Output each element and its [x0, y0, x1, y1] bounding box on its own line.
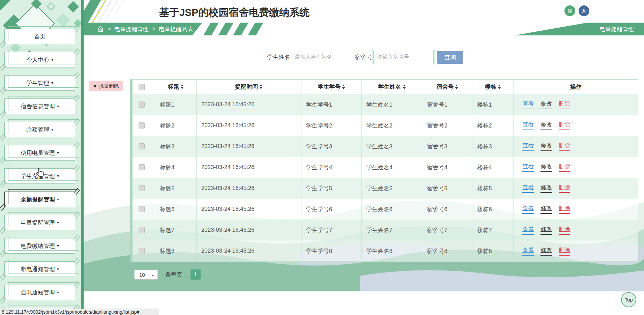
- table-actions-cell: 查看修改删除: [514, 136, 638, 157]
- sidebar-item[interactable]: 电量提醒管理 ▾: [4, 215, 75, 230]
- slash-decoration: [74, 188, 78, 194]
- row-checkbox[interactable]: [139, 185, 145, 191]
- delete-link[interactable]: 删除: [559, 121, 570, 130]
- slash-decoration: [1, 89, 6, 95]
- table-cell: 宿舍号7: [422, 220, 472, 240]
- fullscreen-button[interactable]: [564, 5, 575, 16]
- sort-icon[interactable]: [403, 85, 406, 89]
- sidebar-item[interactable]: 断电通知管理 ▾: [4, 261, 75, 277]
- column-header-label[interactable]: 标题: [168, 83, 179, 91]
- table-cell: [133, 240, 155, 261]
- home-icon[interactable]: [97, 26, 104, 33]
- page-button-1[interactable]: 1: [191, 269, 201, 280]
- slash-decoration: [74, 118, 78, 124]
- slash-decoration: [1, 159, 6, 165]
- table-cell: 学生学号8: [301, 240, 362, 261]
- per-page-label: 条每页: [165, 271, 182, 279]
- breadcrumb-item[interactable]: 电量提醒管理: [114, 25, 149, 33]
- page-title: 基于JSP的校园宿舍电费缴纳系统: [145, 6, 324, 20]
- delete-link[interactable]: 删除: [559, 100, 570, 109]
- delete-link[interactable]: 删除: [559, 183, 570, 193]
- table-header-row: 标题提醒时间学生学号学生姓名宿舍号楼栋操作: [133, 80, 638, 94]
- view-link[interactable]: 查看: [522, 246, 534, 256]
- row-checkbox[interactable]: [139, 164, 145, 170]
- column-header-label[interactable]: 宿舍号: [436, 83, 453, 91]
- table-row: 标题42023-03-24 16:45:26学生学号4学生姓名4宿舍号4楼栋4查…: [133, 157, 638, 178]
- row-checkbox[interactable]: [139, 102, 145, 108]
- sidebar-item[interactable]: 个人中心 ▾: [4, 52, 75, 67]
- view-link[interactable]: 查看: [522, 183, 534, 193]
- view-link[interactable]: 查看: [522, 100, 534, 109]
- slash-decoration: [1, 252, 6, 258]
- edit-link[interactable]: 修改: [540, 142, 552, 151]
- row-checkbox[interactable]: [139, 248, 145, 254]
- column-header-label[interactable]: 学生学号: [318, 83, 341, 91]
- column-header-label[interactable]: 学生姓名: [378, 83, 401, 91]
- sidebar-item[interactable]: 首页 ▾: [4, 29, 75, 44]
- delete-link[interactable]: 删除: [559, 204, 570, 214]
- sort-icon[interactable]: [342, 85, 345, 89]
- row-checkbox[interactable]: [139, 227, 145, 233]
- table-cell: [133, 157, 155, 178]
- view-link[interactable]: 查看: [522, 225, 534, 235]
- fullscreen-icon: [567, 8, 573, 14]
- sidebar-item[interactable]: 学生充值管理 ▾: [4, 168, 75, 184]
- delete-link[interactable]: 删除: [559, 142, 570, 151]
- sidebar-item[interactable]: 使用电量管理 ▾: [4, 145, 75, 161]
- delete-link[interactable]: 删除: [559, 163, 570, 172]
- sidebar-item[interactable]: 余额提醒管理 ▾: [4, 192, 75, 207]
- select-all-checkbox[interactable]: [139, 84, 145, 90]
- sort-icon[interactable]: [498, 85, 501, 89]
- slash-decoration: [1, 205, 6, 211]
- edit-link[interactable]: 修改: [540, 100, 552, 109]
- view-link[interactable]: 查看: [522, 121, 534, 130]
- edit-link[interactable]: 修改: [540, 183, 552, 193]
- page-size-select[interactable]: 10 ⌄: [134, 270, 158, 280]
- table-actions-cell: 查看修改删除: [514, 240, 638, 261]
- row-checkbox[interactable]: [139, 122, 145, 128]
- view-link[interactable]: 查看: [522, 163, 534, 172]
- sidebar-item[interactable]: 电费缴纳管理 ▾: [4, 238, 75, 254]
- breadcrumb-separator: >: [152, 26, 155, 32]
- sidebar: 首页 ▾ 个人中心 ▾ 学生管理 ▾ 宿舍信息管理 ▾ 余额管理 ▾ 使用电量管…: [0, 0, 81, 315]
- sidebar-item[interactable]: 宿舍信息管理 ▾: [4, 98, 75, 114]
- query-button[interactable]: 查询: [437, 51, 463, 64]
- delete-link[interactable]: 删除: [559, 246, 570, 256]
- batch-delete-button[interactable]: ✖ 批量删除: [89, 81, 123, 91]
- sidebar-item[interactable]: 学生管理 ▾: [4, 75, 75, 91]
- row-checkbox[interactable]: [139, 143, 145, 149]
- user-button[interactable]: [579, 5, 589, 16]
- sidebar-item-label: 余额提醒管理: [21, 196, 55, 203]
- table-cell: 楼栋4: [472, 157, 514, 178]
- dorm-no-input[interactable]: [373, 50, 434, 64]
- edit-link[interactable]: 修改: [540, 163, 552, 172]
- sort-icon[interactable]: [260, 85, 262, 89]
- back-to-top-button[interactable]: Top: [621, 292, 636, 307]
- table-cell: 宿舍号8: [422, 240, 472, 261]
- edit-link[interactable]: 修改: [540, 121, 552, 130]
- edit-link[interactable]: 修改: [540, 225, 552, 235]
- row-checkbox[interactable]: [139, 206, 145, 212]
- student-name-input[interactable]: [291, 50, 351, 64]
- slash-decoration: [1, 275, 6, 281]
- table-cell: 2023-03-24 16:45:26: [197, 240, 301, 261]
- column-header-label[interactable]: 楼栋: [485, 83, 496, 91]
- delete-link[interactable]: 删除: [559, 225, 570, 235]
- edit-link[interactable]: 修改: [540, 246, 552, 256]
- sidebar-item[interactable]: 余额管理 ▾: [4, 122, 75, 137]
- table-header-cell: 宿舍号: [422, 80, 472, 94]
- slash-decoration: [1, 182, 6, 188]
- view-link[interactable]: 查看: [522, 204, 534, 214]
- chevron-down-icon: ⌄: [151, 271, 155, 277]
- chevron-down-icon: ▾: [51, 81, 53, 85]
- edit-link[interactable]: 修改: [540, 204, 552, 214]
- column-header-label[interactable]: 提醒时间: [235, 83, 258, 91]
- sort-icon[interactable]: [181, 85, 183, 89]
- table-cell: 楼栋1: [472, 94, 514, 115]
- sidebar-item[interactable]: 通电通知管理 ▾: [4, 285, 75, 300]
- table-cell: 标题8: [155, 240, 197, 261]
- view-link[interactable]: 查看: [522, 142, 534, 151]
- breadcrumb-item[interactable]: 电量提醒列表: [159, 25, 193, 33]
- table-cell: 宿舍号1: [422, 94, 472, 115]
- sort-icon[interactable]: [455, 85, 458, 89]
